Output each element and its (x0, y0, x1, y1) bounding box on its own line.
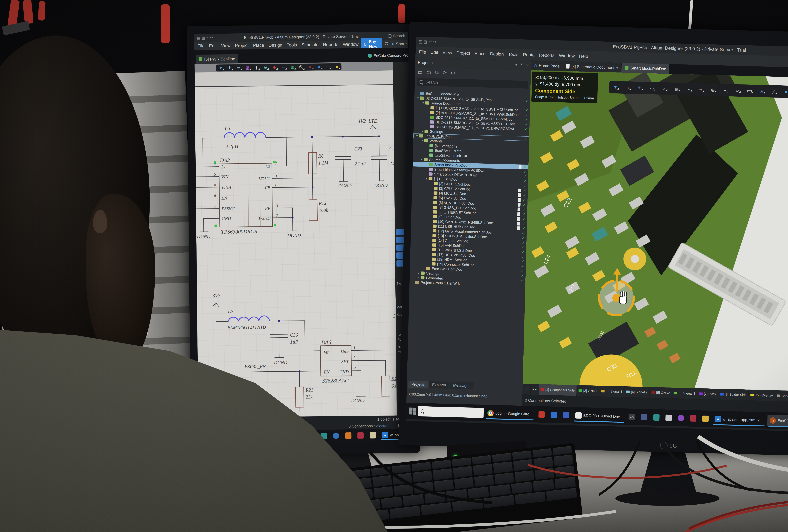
titlebar-search[interactable]: Search (388, 34, 408, 38)
layer-tab[interactable]: [6] Signal 3 (672, 388, 697, 399)
keyboard-key[interactable] (292, 485, 312, 496)
menu-item-edit[interactable]: Edit (207, 43, 219, 48)
tab-schematic-document[interactable]: [8] Schematic Document ▾ (563, 61, 622, 73)
text-icon[interactable]: A (315, 64, 323, 70)
paste-icon[interactable]: ▨ (243, 65, 252, 70)
keyboard-key[interactable] (484, 495, 514, 508)
pad-icon[interactable]: ▰ (721, 87, 729, 93)
taskbar-item[interactable] (561, 409, 572, 421)
wire-icon[interactable]: ≋ (261, 65, 270, 70)
line-icon[interactable]: ╱ (770, 89, 778, 94)
keyboard-key[interactable] (331, 471, 351, 480)
keyboard-key[interactable] (313, 493, 333, 505)
keyboard-key[interactable] (432, 460, 451, 469)
schematic-canvas[interactable]: L3 2.2µH DA2 TPS63000DRCR 4 5 8 6 7 9 L1 (195, 71, 397, 418)
keyboard-key[interactable] (493, 461, 513, 473)
keyboard-key[interactable] (511, 482, 533, 494)
cross-icon[interactable]: ✸ (306, 65, 314, 70)
menu-item-edit[interactable]: Edit (428, 50, 440, 55)
menu-item-reports[interactable]: Reports (537, 53, 557, 58)
keyboard-key[interactable] (351, 469, 371, 478)
pin-icon[interactable]: ⊼ (520, 63, 523, 67)
share-button[interactable]: ➤Share (391, 41, 407, 46)
keyboard-key[interactable] (513, 459, 533, 471)
keyboard-key[interactable] (294, 507, 316, 518)
keyboard-key[interactable] (514, 470, 534, 482)
menu-item-project[interactable]: Project (233, 43, 251, 48)
compare-icon[interactable]: ⧉ (435, 70, 439, 75)
gear-icon[interactable]: ⚙ (451, 70, 455, 76)
keyboard-key[interactable] (333, 491, 353, 503)
menu-item-design[interactable]: Design (488, 51, 506, 57)
keyboard-key[interactable] (374, 486, 393, 498)
taskbar-item[interactable] (638, 411, 650, 423)
menu-item-help[interactable]: Help (577, 54, 590, 59)
panel-button[interactable] (396, 237, 405, 243)
close-icon[interactable]: ✕ (526, 63, 529, 67)
taskbar-item[interactable] (675, 412, 687, 424)
layer-tab[interactable]: [1] Component Side (539, 384, 577, 396)
component-icon[interactable]: ▦ (672, 86, 681, 92)
expander-icon[interactable]: ▾ (416, 96, 420, 100)
encata-button[interactable]: EnCata Concord Pro (368, 53, 409, 58)
filter-icon[interactable]: ▼ (216, 65, 225, 71)
keyboard-key[interactable] (391, 464, 411, 474)
move-icon[interactable]: ✛ (635, 85, 644, 90)
keyboard-key[interactable] (532, 448, 552, 458)
keyboard-key[interactable] (412, 462, 431, 471)
refresh-icon[interactable]: ⟳ (443, 70, 447, 76)
start-button-icon[interactable] (201, 434, 208, 440)
text-icon[interactable]: A (757, 88, 766, 94)
projects-search[interactable]: Search (417, 78, 528, 88)
filter-icon[interactable]: ▼ (611, 85, 620, 90)
taskbar-item[interactable] (688, 412, 699, 425)
layer-tab[interactable]: [2] GND1 (576, 385, 599, 396)
select-rect-icon[interactable]: ▭ (234, 65, 243, 70)
taskbar-item[interactable]: ◂w_spase - app_stm32l... (712, 413, 766, 426)
magnet-icon[interactable]: ∩ (623, 85, 632, 90)
layer-tab[interactable]: Top Overlay (748, 390, 775, 401)
taskbar-item[interactable] (331, 431, 341, 440)
keyboard-key[interactable] (473, 464, 493, 476)
keyboard-key[interactable] (372, 475, 392, 487)
keyboard-key[interactable] (494, 473, 514, 485)
taskbar-item[interactable] (263, 432, 274, 441)
keyboard-key[interactable] (515, 492, 546, 505)
keyboard-key[interactable] (453, 466, 473, 478)
macro-icon[interactable]: Ⓜ (297, 64, 306, 70)
menu-item-project[interactable]: Project (454, 51, 472, 56)
folder-icon[interactable]: 🗀 (426, 70, 431, 75)
layer-tab[interactable]: [3] Signal 1 (599, 386, 625, 397)
divider-icon[interactable]: ▮ (252, 65, 261, 70)
keyboard-key[interactable] (452, 457, 471, 467)
menu-item-route[interactable]: Route (520, 52, 537, 58)
taskbar-item[interactable]: BDC-03... (276, 432, 304, 441)
keyboard-key[interactable] (312, 482, 332, 494)
keyboard-key[interactable] (327, 513, 358, 526)
more-icon[interactable]: ⋯ (525, 94, 529, 98)
keyboard-key[interactable] (489, 484, 511, 496)
sphere-icon[interactable]: ● (782, 89, 788, 94)
tab-smart-block-pcbdoc[interactable]: Smart block.PcbDoc (622, 63, 669, 74)
taskbar-item[interactable]: Ch. (626, 411, 637, 423)
menu-item-file[interactable]: File (417, 50, 428, 55)
keyboard-key[interactable] (553, 455, 573, 467)
keyboard-key[interactable] (293, 495, 313, 507)
keyboard-key[interactable] (533, 457, 553, 469)
taskbar-item[interactable] (651, 411, 662, 423)
keyboard-key[interactable] (296, 516, 327, 530)
menu-item-view[interactable]: View (440, 50, 454, 55)
menu-item-tools[interactable]: Tools (506, 52, 521, 57)
taskbar-item[interactable] (343, 431, 354, 440)
expander-icon[interactable]: ▾ (421, 101, 425, 105)
save-icon[interactable]: ▤ (418, 69, 422, 75)
taskbar-item[interactable] (251, 432, 262, 441)
expander-icon[interactable]: ▸ (420, 130, 425, 133)
panel-tab-explorer[interactable]: Explorer (429, 381, 450, 389)
taskbar-item[interactable]: aEcoSBV1.PrjPcb - Alti... (767, 414, 788, 428)
keyboard-key[interactable] (371, 467, 391, 476)
keyboard-key[interactable] (414, 482, 434, 494)
layer-tab[interactable]: [5] GND2 (649, 387, 672, 398)
probe-icon[interactable]: ⊢ (279, 65, 288, 70)
menu-item-reports[interactable]: Reports (321, 42, 340, 47)
